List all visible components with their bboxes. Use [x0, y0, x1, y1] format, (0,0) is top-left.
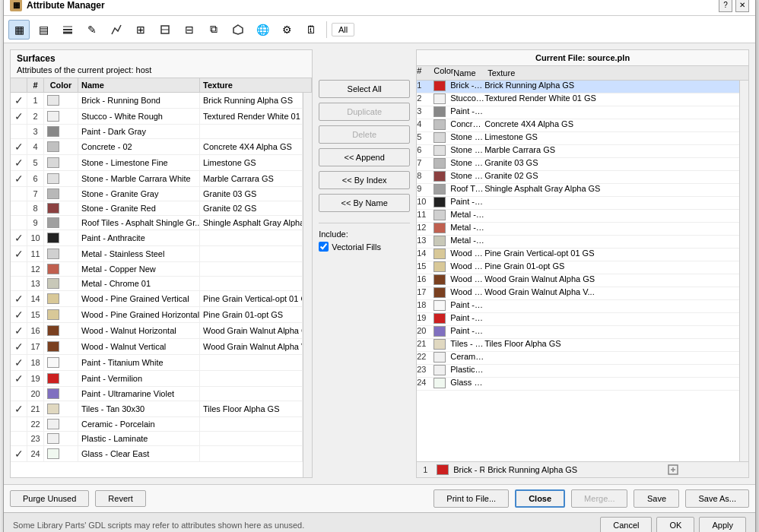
left-table-row[interactable]: 8 Stone - Granite Red Granite 02 GS: [11, 201, 303, 216]
settings-toolbar-btn[interactable]: ⚙: [276, 20, 297, 40]
left-table-row[interactable]: ✓ 10 Paint - Anthracite: [11, 230, 303, 246]
help-button[interactable]: ?: [719, 0, 732, 12]
right-table-row[interactable]: 12 Metal - Copper New: [417, 223, 739, 236]
right-table-row[interactable]: 17 Wood - Walnut Vertical Wood Grain Wal…: [417, 287, 739, 300]
left-table-row[interactable]: ✓ 2 Stucco - White Rough Textured Render…: [11, 109, 303, 125]
row-num: 9: [27, 216, 44, 230]
right-table-row[interactable]: 6 Stone - Marble Carrara White Marble Ca…: [417, 145, 739, 158]
right-table-row[interactable]: 18 Paint - Titanium White: [417, 300, 739, 313]
right-table-row[interactable]: 14 Wood - Pine Grained Vertical Pine Gra…: [417, 249, 739, 261]
left-table-row[interactable]: 22 Ceramic - Porcelain: [11, 417, 303, 432]
row-texture: Shingle Asphalt Gray Alpha GS: [484, 184, 614, 196]
row-num: 2: [27, 109, 44, 124]
surfaces-toolbar-btn[interactable]: ▦: [8, 20, 30, 40]
by-index-button[interactable]: << By Index: [319, 171, 410, 189]
merge-button[interactable]: Merge...: [571, 489, 627, 508]
left-table-row[interactable]: ✓ 15 Wood - Pine Grained Horizontal Pine…: [11, 307, 303, 323]
left-table-row[interactable]: 20 Paint - Ultramarine Violet: [11, 387, 303, 401]
fills-toolbar-btn[interactable]: ▤: [33, 20, 54, 40]
row-color: [44, 291, 78, 306]
right-scrollbar[interactable]: [739, 81, 748, 461]
save-button[interactable]: Save: [634, 489, 679, 508]
close-dialog-button[interactable]: Close: [515, 489, 565, 508]
left-table-row[interactable]: ✓ 19 Paint - Vermilion: [11, 371, 303, 387]
row-name: Paint - Vermilion: [78, 371, 200, 386]
left-table-row[interactable]: ✓ 16 Wood - Walnut Horizontal Wood Grain…: [11, 323, 303, 339]
left-table-row[interactable]: ✓ 17 Wood - Walnut Vertical Wood Grain W…: [11, 339, 303, 355]
left-table-row[interactable]: 12 Metal - Copper New: [11, 262, 303, 277]
left-table-row[interactable]: ✓ 14 Wood - Pine Grained Vertical Pine G…: [11, 291, 303, 307]
right-table-row[interactable]: 20 Paint - Ultramarine Violet: [417, 326, 739, 339]
right-table-row[interactable]: 2 Stucco - White Rough Textured Render W…: [417, 93, 739, 106]
row-texture: [200, 262, 303, 276]
append-button[interactable]: << Append: [319, 148, 410, 166]
right-table-row[interactable]: 4 Concrete - 02 Concrete 4X4 Alpha GS: [417, 119, 739, 132]
left-table-row[interactable]: ✓ 1 Brick - Running Bond Brick Running A…: [11, 93, 303, 109]
purge-unused-button[interactable]: Purge Unused: [10, 490, 89, 507]
right-table-row[interactable]: 7 Stone - Granite Gray Granite 03 GS: [417, 158, 739, 171]
row-check: ✓: [11, 230, 27, 245]
left-table-row[interactable]: 3 Paint - Dark Gray: [11, 125, 303, 139]
left-table-row[interactable]: 7 Stone - Granite Gray Granite 03 GS: [11, 187, 303, 201]
left-table-row[interactable]: ✓ 21 Tiles - Tan 30x30 Tiles Floor Alpha…: [11, 401, 303, 417]
right-table-row[interactable]: 3 Paint - Dark Gray: [417, 106, 739, 119]
right-table-row[interactable]: 19 Paint - Vermilion: [417, 313, 739, 326]
right-table-row[interactable]: 13 Metal - Chrome 01: [417, 236, 739, 249]
left-table-row[interactable]: 13 Metal - Chrome 01: [11, 277, 303, 291]
left-panel-content: ✓ 1 Brick - Running Bond Brick Running A…: [11, 93, 312, 477]
right-table-row[interactable]: 5 Stone - Limestone Fine Limestone GS: [417, 132, 739, 145]
left-table-row[interactable]: 23 Plastic - Laminate: [11, 432, 303, 446]
delete-button[interactable]: Delete: [319, 125, 410, 144]
composites-toolbar-btn[interactable]: ⊟: [179, 20, 200, 40]
right-table-row[interactable]: 11 Metal - Stainless Steel: [417, 210, 739, 223]
left-table-row[interactable]: ✓ 11 Metal - Stainless Steel: [11, 246, 303, 262]
calendar-toolbar-btn[interactable]: 🗓: [300, 20, 322, 40]
models-toolbar-btn[interactable]: [227, 20, 249, 40]
row-name: Stone - Granite Red: [450, 171, 484, 183]
right-table-row[interactable]: 8 Stone - Granite Red Granite 02 GS: [417, 171, 739, 184]
right-table-row[interactable]: 15 Wood - Pine Grained Horizon... Pine G…: [417, 261, 739, 274]
left-table-row[interactable]: ✓ 24 Glass - Clear East: [11, 446, 303, 462]
footer-icon[interactable]: [614, 462, 732, 477]
pens-toolbar-btn[interactable]: ✎: [81, 20, 103, 40]
print-to-file-button[interactable]: Print to File...: [433, 489, 509, 508]
profiles-toolbar-btn[interactable]: [106, 20, 127, 40]
vectorial-fills-checkbox[interactable]: [319, 242, 329, 252]
right-table-row[interactable]: 10 Paint - Anthracite: [417, 197, 739, 210]
right-table-row[interactable]: 16 Wood - Walnut Horizontal Wood Grain W…: [417, 274, 739, 287]
right-table-row[interactable]: 24 Glass - Clear East: [417, 378, 739, 391]
cancel-button[interactable]: Cancel: [600, 517, 652, 532]
globe-toolbar-btn[interactable]: 🌐: [252, 20, 273, 40]
zones-toolbar-btn[interactable]: [154, 20, 176, 40]
right-table-row[interactable]: 21 Tiles - Tan 30x30 Tiles Floor Alpha G…: [417, 339, 739, 352]
right-table-row[interactable]: 1 Brick - Running Bond Brick Running Alp…: [417, 81, 739, 93]
right-table-row[interactable]: 9 Roof Tiles - Asphalt Shingle G... Shin…: [417, 184, 739, 197]
row-texture: [200, 387, 303, 401]
crosshatch-toolbar-btn[interactable]: ⊞: [130, 20, 151, 40]
save-as-button[interactable]: Save As...: [685, 489, 749, 508]
row-color: [433, 339, 450, 351]
left-table-row[interactable]: 9 Roof Tiles - Asphalt Shingle Gr... Shi…: [11, 216, 303, 230]
right-table-row[interactable]: 22 Ceramic - Porcelain: [417, 352, 739, 365]
vectorial-fills-text: Vectorial Fills: [332, 242, 381, 252]
left-scrollbar[interactable]: [303, 93, 312, 477]
apply-button[interactable]: Apply: [699, 517, 746, 532]
close-button[interactable]: ✕: [735, 0, 749, 12]
right-table-row[interactable]: 23 Plastic - Laminate: [417, 365, 739, 378]
select-all-button[interactable]: Select All: [319, 80, 410, 98]
row-name: Stone - Granite Red: [78, 201, 200, 215]
layers-toolbar-btn[interactable]: ⧉: [203, 20, 224, 40]
left-table-row[interactable]: ✓ 18 Paint - Titanium White: [11, 355, 303, 371]
left-table-row[interactable]: ✓ 4 Concrete - 02 Concrete 4X4 Alpha GS: [11, 139, 303, 155]
duplicate-button[interactable]: Duplicate: [319, 103, 410, 121]
row-name: Paint - Anthracite: [78, 230, 200, 245]
by-name-button[interactable]: << By Name: [319, 194, 410, 212]
svg-marker-5: [233, 25, 243, 34]
lines-toolbar-btn[interactable]: [57, 20, 78, 40]
ok-button[interactable]: OK: [656, 517, 694, 532]
row-color: [433, 223, 450, 235]
left-table-row[interactable]: ✓ 6 Stone - Marble Carrara White Marble …: [11, 171, 303, 187]
vectorial-fills-label[interactable]: Vectorial Fills: [319, 242, 410, 252]
revert-button[interactable]: Revert: [95, 490, 145, 507]
left-table-row[interactable]: ✓ 5 Stone - Limestone Fine Limestone GS: [11, 155, 303, 171]
